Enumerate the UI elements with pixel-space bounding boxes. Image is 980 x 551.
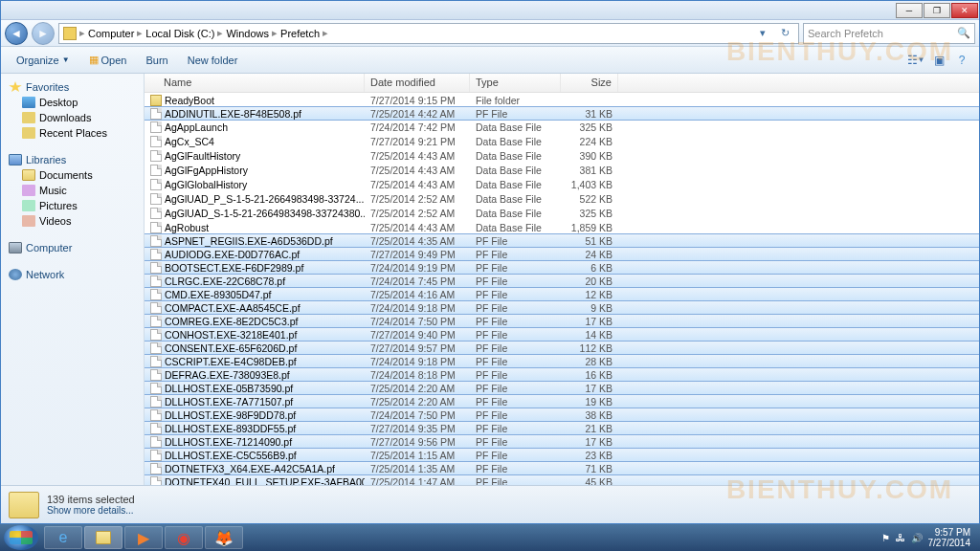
file-row[interactable]: CONSENT.EXE-65F6206D.pf7/27/2014 9:57 PM… [145,341,979,355]
file-row[interactable]: COMREG.EXE-8E2DC5C3.pf7/24/2014 7:50 PMP… [145,314,979,328]
libraries-group[interactable]: Libraries [5,152,140,167]
file-row[interactable]: AUDIODG.EXE-D0D776AC.pf7/27/2014 9:49 PM… [145,247,979,261]
file-icon [150,276,162,287]
recent-icon [22,127,35,139]
minimize-button[interactable]: ─ [896,3,923,18]
task-app[interactable]: ◉ [165,526,203,549]
back-button[interactable]: ◄ [5,22,28,45]
file-row[interactable]: DLLHOST.EXE-7A771507.pf7/25/2014 2:20 AM… [145,394,979,408]
breadcrumb-computer[interactable]: Computer [88,28,134,39]
file-row[interactable]: DLLHOST.EXE-893DDF55.pf7/27/2014 9:35 PM… [145,421,979,435]
file-row[interactable]: AgCx_SC47/27/2014 9:21 PMData Base File2… [145,134,979,148]
view-options-icon[interactable]: ☷ ▼ [906,51,925,70]
forward-button[interactable]: ► [32,22,55,45]
explorer-window: ─ ❐ ✕ ◄ ► ▸ Computer ▸ Local Disk (C:) ▸… [0,0,980,524]
dropdown-icon[interactable]: ▾ [753,27,772,39]
file-row[interactable]: DLLHOST.EXE-98F9DD78.pf7/24/2014 7:50 PM… [145,408,979,422]
refresh-icon[interactable]: ↻ [775,27,794,39]
sidebar-item-recent[interactable]: Recent Places [5,125,140,141]
breadcrumb-prefetch[interactable]: Prefetch [280,28,320,39]
close-button[interactable]: ✕ [951,3,978,18]
open-button[interactable]: ▦Open [81,51,135,69]
file-row[interactable]: ADDINUTIL.EXE-8F48E508.pf7/25/2014 4:42 … [145,106,979,121]
breadcrumb-windows[interactable]: Windows [226,28,269,39]
file-row[interactable]: CLRGC.EXE-22C68C78.pf7/24/2014 7:45 PMPF… [145,274,979,288]
sidebar-item-computer[interactable]: Computer [5,240,140,255]
system-tray[interactable]: ⚑ 🖧 🔊 9:57 PM 7/27/2014 [881,527,977,548]
help-icon[interactable]: ? [952,51,971,70]
tray-clock[interactable]: 9:57 PM 7/27/2014 [928,527,971,548]
file-row[interactable]: ReadyBoot7/27/2014 9:15 PMFile folder [145,93,979,107]
sidebar-item-network[interactable]: Network [5,267,140,282]
file-row[interactable]: DLLHOST.EXE-C5C556B9.pf7/25/2014 1:15 AM… [145,448,979,462]
new-folder-button[interactable]: New folder [180,52,246,69]
file-size: 1,859 KB [561,222,618,233]
file-type: PF File [470,409,561,421]
file-row[interactable]: CONHOST.EXE-3218E401.pf7/27/2014 9:40 PM… [145,327,979,342]
file-row[interactable]: DEFRAG.EXE-738093E8.pf7/24/2014 8:18 PMP… [145,367,979,382]
favorites-group[interactable]: Favorites [5,79,140,95]
sidebar-item-music[interactable]: Music [5,183,140,198]
file-row[interactable]: DOTNETFX40_FULL_SETUP.EXE-3AFBA00...7/25… [145,474,979,485]
file-type: Data Base File [470,150,561,162]
address-bar[interactable]: ▸ Computer ▸ Local Disk (C:) ▸ Windows ▸… [58,23,799,44]
file-row[interactable]: DLLHOST.EXE-71214090.pf7/27/2014 9:56 PM… [145,434,979,449]
preview-pane-icon[interactable]: ▣ [929,51,948,70]
file-date: 7/24/2014 7:50 PM [365,409,470,421]
column-type[interactable]: Type [470,74,561,92]
search-input[interactable]: Search Prefetch 🔍 [803,23,975,44]
file-row[interactable]: AgGlFgAppHistory7/25/2014 4:43 AMData Ba… [145,163,979,177]
file-list[interactable]: Name Date modified Type Size ReadyBoot7/… [145,74,979,485]
file-date: 7/25/2014 4:43 AM [365,179,470,190]
file-row[interactable]: AgRobust7/25/2014 4:43 AMData Base File1… [145,220,979,234]
tray-volume-icon[interactable]: 🔊 [911,533,923,543]
file-type: PF File [470,249,561,260]
file-type: PF File [470,436,561,448]
file-row[interactable]: AgAppLaunch7/24/2014 7:42 PMData Base Fi… [145,120,979,134]
organize-menu[interactable]: Organize▼ [9,52,78,69]
task-media[interactable]: ▶ [124,526,163,549]
tray-flag-icon[interactable]: ⚑ [881,533,890,543]
file-icon [150,165,162,176]
file-row[interactable]: CSCRIPT.EXE-E4C98DEB.pf7/24/2014 9:18 PM… [145,354,979,368]
sidebar-item-downloads[interactable]: Downloads [5,110,140,125]
file-row[interactable]: DOTNETFX3_X64.EXE-A42C5A1A.pf7/25/2014 1… [145,461,979,475]
file-row[interactable]: CMD.EXE-89305D47.pf7/25/2014 4:16 AMPF F… [145,287,979,301]
file-date: 7/24/2014 7:50 PM [365,316,470,327]
file-type: PF File [470,423,561,434]
file-type: PF File [470,262,561,274]
file-row[interactable]: AgGlUAD_P_S-1-5-21-2664983498-33724...7/… [145,191,979,206]
task-ie[interactable]: e [44,526,82,549]
file-row[interactable]: BOOTSECT.EXE-F6DF2989.pf7/24/2014 9:19 P… [145,260,979,275]
task-explorer[interactable] [84,526,122,549]
file-icon [150,383,162,394]
show-details-link[interactable]: Show more details... [47,505,135,516]
column-name[interactable]: Name [145,74,365,92]
file-row[interactable]: DLLHOST.EXE-05B73590.pf7/25/2014 2:20 AM… [145,381,979,395]
tray-network-icon[interactable]: 🖧 [896,533,905,543]
file-date: 7/25/2014 4:43 AM [365,222,470,233]
file-date: 7/25/2014 1:15 AM [365,450,470,461]
sidebar-item-documents[interactable]: Documents [5,167,140,183]
maximize-button[interactable]: ❐ [924,3,950,18]
breadcrumb-drive[interactable]: Local Disk (C:) [145,28,214,39]
sidebar-item-videos[interactable]: Videos [5,213,140,229]
file-row[interactable]: AgGlFaultHistory7/25/2014 4:43 AMData Ba… [145,148,979,163]
file-size: 325 KB [561,121,618,133]
start-button[interactable] [4,525,38,550]
sidebar-item-desktop[interactable]: Desktop [5,95,140,110]
file-size: 325 KB [561,208,618,219]
videos-icon [22,215,35,227]
column-size[interactable]: Size [561,74,618,92]
task-firefox[interactable]: 🦊 [205,526,243,549]
file-row[interactable]: COMPACT.EXE-AA8545CE.pf7/24/2014 9:18 PM… [145,300,979,315]
sidebar-item-pictures[interactable]: Pictures [5,198,140,213]
file-row[interactable]: AgGlUAD_S-1-5-21-2664983498-33724380...7… [145,206,979,220]
file-row[interactable]: AgGlGlobalHistory7/25/2014 4:43 AMData B… [145,177,979,191]
file-row[interactable]: ASPNET_REGIIS.EXE-A6D536DD.pf7/25/2014 4… [145,233,979,248]
file-icon [150,262,162,274]
file-size: 390 KB [561,150,618,162]
column-date[interactable]: Date modified [365,74,470,92]
burn-button[interactable]: Burn [138,52,175,69]
file-size: 38 KB [561,409,618,421]
